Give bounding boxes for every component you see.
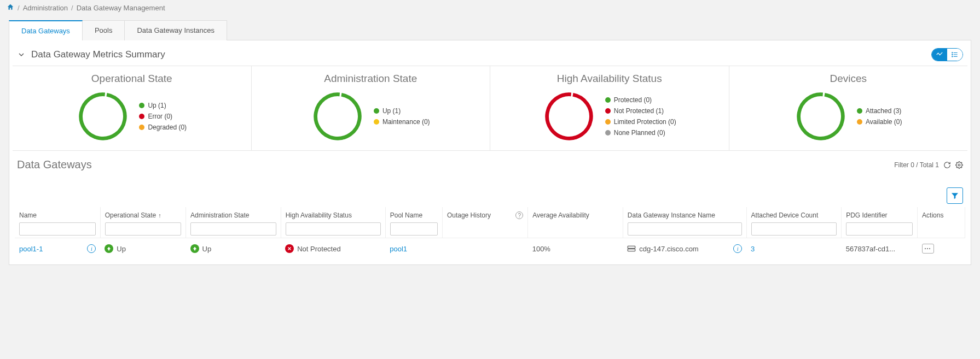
instance-name-value: cdg-147.cisco.com (639, 245, 698, 253)
legend-item[interactable]: Available (0) (857, 118, 902, 126)
data-gateways-table: Name Operational State ↑ Administration … (15, 207, 965, 259)
legend-item[interactable]: Not Protected (1) (605, 107, 676, 115)
legend-label: Limited Protection (0) (614, 118, 676, 126)
legend-dot (857, 108, 862, 114)
legend-label: Available (0) (866, 118, 902, 126)
card-title: Administration State (254, 73, 488, 85)
col-outage[interactable]: Outage History (447, 211, 491, 219)
filter-admin-state-input[interactable] (190, 222, 276, 236)
breadcrumb-sep: / (18, 4, 20, 12)
settings-icon[interactable] (955, 161, 963, 169)
summary-card-devices: DevicesAttached (3)Available (0) (729, 66, 968, 150)
sort-ascending-icon[interactable]: ↑ (158, 212, 161, 219)
legend-label: Degraded (0) (148, 123, 187, 131)
legend-item[interactable]: Up (1) (374, 107, 430, 115)
info-icon[interactable]: i (87, 244, 96, 253)
op-state-value: Up (117, 245, 126, 253)
legend-dot (605, 119, 611, 125)
attached-count-link[interactable]: 3 (751, 245, 755, 253)
filter-pdg-input[interactable] (846, 222, 913, 236)
filter-pool-input[interactable] (390, 222, 438, 236)
donut-chart (311, 90, 364, 143)
up-icon (190, 244, 199, 253)
svg-point-9 (795, 91, 846, 142)
legend-label: Error (0) (148, 113, 172, 120)
tabs: Data Gateways Pools Data Gateway Instanc… (9, 20, 971, 40)
legend-label: Up (1) (148, 102, 166, 109)
device-icon (627, 245, 636, 252)
legend-item[interactable]: Up (1) (139, 102, 187, 109)
pool-link[interactable]: pool1 (390, 245, 407, 253)
help-icon[interactable]: ? (515, 211, 523, 219)
col-avg-avail[interactable]: Average Availability (532, 211, 589, 219)
view-toggle (931, 48, 963, 61)
refresh-icon[interactable] (943, 161, 951, 169)
row-actions-button[interactable]: ⋯ (922, 244, 934, 254)
gateway-name-link[interactable]: pool1-1 (19, 245, 43, 253)
legend-dot (139, 114, 144, 119)
filter-op-state-input[interactable] (105, 222, 181, 236)
legend-dot (139, 125, 144, 130)
breadcrumb-level1[interactable]: Administration (23, 4, 68, 12)
filter-button[interactable] (947, 187, 963, 204)
chart-view-button[interactable] (932, 49, 947, 61)
filter-instance-input[interactable] (628, 222, 742, 236)
tab-data-gateway-instances[interactable]: Data Gateway Instances (124, 20, 227, 40)
col-attached[interactable]: Attached Device Count (751, 211, 819, 219)
tab-pools[interactable]: Pools (82, 20, 125, 40)
donut-chart (795, 90, 847, 143)
card-title: Operational State (15, 73, 249, 85)
legend-label: Protected (0) (614, 96, 652, 104)
ha-status-value: Not Protected (297, 245, 341, 253)
summary-card-ha: High Availability StatusProtected (0)Not… (490, 66, 729, 150)
svg-point-5 (952, 56, 953, 57)
legend-label: None Planned (0) (614, 129, 665, 137)
legend-item[interactable]: Degraded (0) (139, 123, 187, 131)
card-title: High Availability Status (492, 73, 727, 85)
col-op-state[interactable]: Operational State (105, 211, 156, 219)
filter-count-text: Filter 0 / Total 1 (894, 161, 939, 169)
col-ha-status[interactable]: High Availability Status (286, 211, 352, 219)
col-admin-state[interactable]: Administration State (190, 211, 249, 219)
filter-ha-status-input[interactable] (286, 222, 381, 236)
chevron-down-icon[interactable] (17, 50, 26, 59)
svg-rect-14 (628, 249, 635, 251)
legend: Up (1)Maintenance (0) (374, 107, 430, 126)
col-name[interactable]: Name (19, 211, 37, 219)
legend-dot (605, 97, 611, 103)
card-title: Devices (732, 73, 966, 85)
legend-item[interactable]: Limited Protection (0) (605, 118, 676, 126)
legend-item[interactable]: Maintenance (0) (374, 118, 430, 126)
col-pdg[interactable]: PDG Identifier (846, 211, 887, 219)
info-icon[interactable]: i (733, 244, 742, 253)
svg-point-6 (78, 91, 129, 142)
legend-item[interactable]: Attached (3) (857, 107, 902, 115)
legend-item[interactable]: Protected (0) (605, 96, 676, 104)
legend: Attached (3)Available (0) (857, 107, 902, 126)
summary-card-admin: Administration StateUp (1)Maintenance (0… (251, 66, 490, 150)
svg-rect-13 (628, 246, 635, 248)
up-icon (105, 244, 113, 253)
col-instance[interactable]: Data Gateway Instance Name (628, 211, 715, 219)
col-pool[interactable]: Pool Name (390, 211, 422, 219)
breadcrumb: / Administration / Data Gateway Manageme… (0, 0, 980, 16)
list-view-button[interactable] (947, 49, 962, 61)
donut-chart (543, 90, 595, 143)
admin-state-value: Up (202, 245, 212, 253)
legend-label: Maintenance (0) (382, 118, 430, 126)
legend-item[interactable]: Error (0) (139, 113, 187, 120)
tab-data-gateways[interactable]: Data Gateways (9, 20, 83, 40)
legend-dot (605, 130, 611, 136)
home-icon[interactable] (7, 3, 14, 13)
breadcrumb-level2[interactable]: Data Gateway Management (77, 4, 165, 12)
legend-item[interactable]: None Planned (0) (605, 129, 676, 137)
donut-chart (77, 90, 129, 143)
outage-history-cell (442, 238, 527, 260)
col-actions: Actions (922, 211, 943, 219)
filter-name-input[interactable] (19, 222, 96, 236)
summary-title: Data Gateway Metrics Summary (31, 49, 165, 60)
legend-label: Attached (3) (866, 107, 901, 115)
legend-label: Not Protected (1) (614, 107, 664, 115)
filter-attached-input[interactable] (751, 222, 837, 236)
legend-label: Up (1) (382, 107, 401, 115)
